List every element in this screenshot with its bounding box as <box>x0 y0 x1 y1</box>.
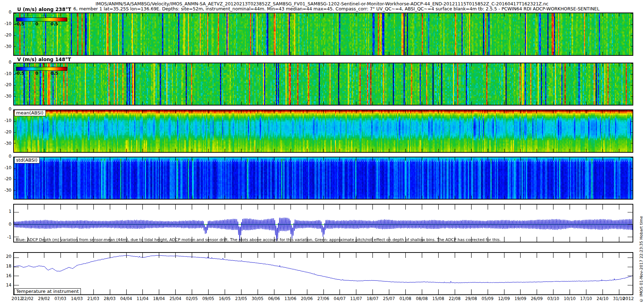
x-tick-label: 14/03 <box>71 296 83 301</box>
y-tick-label: -20 <box>1 176 11 181</box>
y-tick-label: 0 <box>1 222 11 227</box>
x-tick-label: 03/10 <box>547 296 559 301</box>
y-tick-label: -20 <box>1 129 11 134</box>
x-tick-label: 26/09 <box>531 296 543 301</box>
figure-title-line2: Deployment 6, member 1 lat=35.25S lon=13… <box>0 6 644 11</box>
x-tick-label: 12/09 <box>498 296 510 301</box>
copyright-vertical: © IMOS 01-Nov-2017 22:23:35 Hobart time <box>639 216 644 303</box>
x-tick-label: 29/02 <box>38 296 50 301</box>
panel-depth-variation <box>13 204 633 242</box>
y-tick-label: 14 <box>1 283 11 288</box>
temperature-line-canvas <box>14 253 633 294</box>
panel-std-absi <box>13 157 633 200</box>
v-velocity-heatmap-canvas <box>14 63 633 105</box>
x-tick-label: 15/08 <box>432 296 444 301</box>
x-tick-label: 31/10 <box>613 296 625 301</box>
x-tick-label: 22/08 <box>449 296 460 301</box>
u-velocity-heatmap-canvas <box>14 13 633 55</box>
x-tick-label: 20/06 <box>301 296 313 301</box>
y-tick-label: -30 <box>1 188 11 193</box>
x-tick-label: 30/05 <box>252 296 263 301</box>
mean-absi-heatmap-canvas <box>14 110 633 152</box>
y-tick-label: 20 <box>1 254 11 259</box>
x-tick-label: 27/06 <box>317 296 329 301</box>
y-tick-label: -20 <box>1 33 11 38</box>
figure-root: IMOS/ANMN/SA/SAM8SG/Velocity/IMOS_ANMN-S… <box>0 0 644 304</box>
x-tick-label: 05/09 <box>482 296 493 301</box>
v-velocity-title: V (m/s) along 148°T <box>16 57 73 63</box>
x-tick-label: 01/08 <box>399 296 411 301</box>
x-axis-year-left: 2012 <box>11 296 23 301</box>
y-tick-label: 0 <box>1 10 11 15</box>
x-tick-label: 08/08 <box>416 296 428 301</box>
x-tick-label: 21/03 <box>87 296 99 301</box>
colorbar-tick-label: -0.5 <box>15 71 24 76</box>
x-tick-label: 11/04 <box>137 296 148 301</box>
x-tick-label: 04/07 <box>334 296 346 301</box>
y-tick-label: -1 <box>1 235 11 240</box>
x-tick-label: 18/04 <box>153 296 165 301</box>
x-tick-label: 04/04 <box>120 296 132 301</box>
colorbar-tick-label: 0 <box>35 21 38 26</box>
y-tick-label: 18 <box>1 264 11 269</box>
figure-title-line1: IMOS/ANMN/SA/SAM8SG/Velocity/IMOS_ANMN-S… <box>0 1 644 6</box>
colorbar-tick-label: -0.5 <box>15 21 24 26</box>
depth-variation-caption: Blue: ADCP Depth (m) variation from sens… <box>16 237 501 242</box>
x-tick-label: 18/07 <box>367 296 379 301</box>
y-tick-label: -30 <box>1 44 11 49</box>
u-velocity-title: U (m/s) along 238°T <box>16 7 73 13</box>
u-colorbar <box>16 18 67 21</box>
x-tick-label: 19/09 <box>514 296 526 301</box>
x-tick-label: 13/06 <box>284 296 296 301</box>
std-absi-label: std(ABSI) <box>14 157 40 163</box>
x-tick-label: 25/07 <box>383 296 395 301</box>
x-tick-label: 09/05 <box>203 296 214 301</box>
x-tick-label: 06/06 <box>268 296 280 301</box>
y-tick-label: 0 <box>1 154 11 159</box>
y-tick-label: -20 <box>1 82 11 87</box>
y-tick-label: 0 <box>1 60 11 65</box>
y-tick-label: -10 <box>1 165 11 170</box>
panel-mean-absi <box>13 109 633 153</box>
x-tick-label: 10/10 <box>564 296 576 301</box>
depth-variation-line-canvas <box>14 205 633 242</box>
temperature-label: Temperature at instrument <box>14 288 81 295</box>
y-tick-label: 0 <box>1 107 11 112</box>
panel-u-velocity <box>13 13 633 56</box>
x-tick-label: 28/03 <box>104 296 116 301</box>
y-tick-label: -10 <box>1 118 11 123</box>
y-tick-label: -10 <box>1 21 11 26</box>
y-tick-label: -30 <box>1 141 11 146</box>
x-tick-label: 22/02 <box>21 296 33 301</box>
v-colorbar <box>16 67 67 71</box>
x-tick-label: 25/04 <box>170 296 181 301</box>
colorbar-tick-label: 0 <box>35 71 38 76</box>
y-tick-label: 16 <box>1 273 11 278</box>
x-tick-label: 29/08 <box>465 296 477 301</box>
std-absi-heatmap-canvas <box>14 157 633 199</box>
x-tick-label: 17/10 <box>580 296 592 301</box>
y-tick-label: 1 <box>1 209 11 214</box>
panel-temperature <box>13 252 633 295</box>
mean-absi-label: mean(ABSI) <box>14 110 46 116</box>
x-tick-label: 11/07 <box>350 296 362 301</box>
x-tick-label: 24/10 <box>596 296 608 301</box>
y-tick-label: -10 <box>1 71 11 76</box>
x-tick-label: 07/03 <box>54 296 66 301</box>
panel-v-velocity <box>13 63 633 106</box>
x-tick-label: 16/05 <box>219 296 230 301</box>
x-tick-label: 23/05 <box>235 296 247 301</box>
colorbar-tick-label: 0.5 <box>50 21 58 26</box>
colorbar-tick-label: 0.5 <box>50 71 58 76</box>
y-tick-label: -30 <box>1 94 11 99</box>
x-tick-label: 02/05 <box>186 296 198 301</box>
